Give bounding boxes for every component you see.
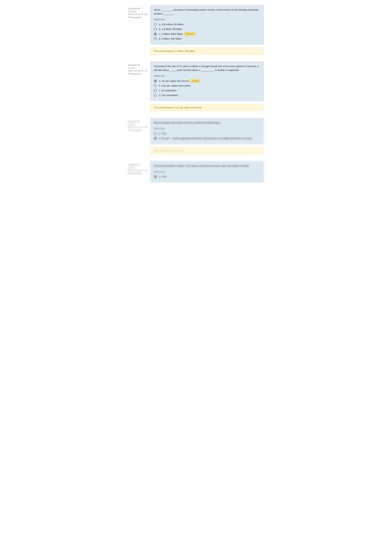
option-q6-a[interactable]: a. YES: [154, 132, 260, 136]
incorrect-badge: Incorrect: [185, 32, 195, 36]
radio-q6-a: [154, 132, 157, 135]
flag-icon: ⚑: [128, 73, 130, 75]
radio-q5-d: [154, 94, 157, 97]
question-text-q4: About _________ borrowers in developing …: [154, 8, 260, 15]
question-block-q7: Question 7CorrectMark 1.00 out of 1.00⚑ …: [128, 161, 264, 183]
flag-question-q5[interactable]: ⚑ Flag question: [128, 73, 149, 75]
feedback-q4: The correct answer is: 3 billion; $20 bi…: [150, 47, 264, 55]
radio-q4-c: [154, 33, 157, 36]
option-label-q7-a: a. YES: [159, 175, 166, 179]
flag-icon: ⚑: [128, 129, 130, 131]
question-number-q7: Question 7: [128, 163, 149, 166]
sidebar-q4: Question 4IncorrectMark 0.00 out of 1.00…: [128, 5, 150, 45]
flag-question-q6[interactable]: ⚑ Flag question: [128, 129, 149, 131]
select-label-q7: Select one:: [154, 170, 260, 174]
option-label-q5-c: c. 24; population: [159, 88, 176, 92]
radio-q5-b: [154, 84, 157, 87]
option-q5-c[interactable]: c. 24; population: [154, 88, 260, 92]
sidebar-q5: Question 5CorrectMark 1.00 out of 1.00⚑ …: [128, 61, 150, 101]
question-mark-q4: Mark 0.00 out of 1.00: [128, 13, 149, 15]
flag-icon: ⚑: [128, 172, 130, 175]
question-main-q4: About _________ borrowers in developing …: [150, 5, 264, 45]
flag-label: Flag question: [130, 73, 142, 75]
question-mark-q6: Mark 1.00 out of 1.00: [128, 126, 149, 128]
question-number-q6: Question 6: [128, 120, 149, 123]
option-label-q4-a: a. 200 million; $3 billion: [159, 22, 184, 26]
flag-label: Flag question: [130, 129, 142, 131]
flag-question-q7[interactable]: ⚑ Flag question: [128, 172, 149, 175]
options-list-q7: a. YES: [154, 175, 260, 179]
question-block-q6: Question 6CorrectMark 1.00 out of 1.00⚑ …: [128, 118, 264, 144]
question-mark-q5: Mark 1.00 out of 1.00: [128, 70, 149, 72]
option-q4-d[interactable]: d. 3 billion; $20 billion: [154, 37, 260, 41]
option-q5-d[interactable]: d. 216; population: [154, 93, 260, 97]
option-label-q5-a: a. 24; per capita real income: [159, 79, 189, 83]
sidebar-q7: Question 7CorrectMark 1.00 out of 1.00⚑ …: [128, 161, 150, 183]
option-label-q5-b: b. 216; per capita real income: [159, 84, 190, 88]
question-block-q5: Question 5CorrectMark 1.00 out of 1.00⚑ …: [128, 61, 264, 101]
radio-q7-a: [154, 175, 157, 178]
question-status-q4: Incorrect: [128, 10, 149, 13]
question-number-q4: Question 4: [128, 7, 149, 10]
question-text-q6: Blurred question text about economic gro…: [154, 121, 260, 125]
flag-label: Flag question: [130, 16, 142, 19]
option-q5-a[interactable]: a. 24; per capita real incomeCorrect: [154, 79, 260, 83]
question-number-q5: Question 5: [128, 63, 149, 66]
radio-q4-a: [154, 23, 157, 26]
option-label-q5-d: d. 216; population: [159, 93, 178, 97]
select-label-q5: Select one:: [154, 74, 260, 78]
flag-question-q4[interactable]: ⚑ Flag question: [128, 16, 149, 19]
question-main-q7: The blurred question number 7 text about…: [150, 161, 264, 183]
question-main-q6: Blurred question text about economic gro…: [150, 118, 264, 144]
feedback-q5: The correct answer is: 24; per capita re…: [150, 104, 264, 111]
option-q7-a[interactable]: a. YES: [154, 175, 260, 179]
option-q4-a[interactable]: a. 200 million; $3 billion: [154, 22, 260, 26]
question-text-q7: The blurred question number 7 text about…: [154, 164, 260, 168]
flag-label: Flag question: [130, 172, 142, 175]
question-status-q5: Correct: [128, 67, 149, 69]
option-q4-b[interactable]: b. 1.2 billion; $5 billion: [154, 27, 260, 31]
option-label-q4-c: c. 2 billion; $300 billion: [159, 32, 183, 36]
question-block-q4: Question 4IncorrectMark 0.00 out of 1.00…: [128, 5, 264, 45]
options-list-q4: a. 200 million; $3 billionb. 1.2 billion…: [154, 22, 260, 41]
question-main-q5: According to the rule of 72, when a nati…: [150, 61, 264, 101]
radio-q4-d: [154, 37, 157, 40]
radio-q4-b: [154, 28, 157, 30]
feedback-q6: The correct answer is: FALSE: [150, 147, 264, 154]
flag-icon: ⚑: [128, 16, 130, 19]
option-q5-b[interactable]: b. 216; per capita real income: [154, 84, 260, 88]
question-mark-q7: Mark 1.00 out of 1.00: [128, 169, 149, 172]
radio-q6-b: [154, 137, 157, 140]
question-status-q6: Correct: [128, 123, 149, 126]
radio-q5-c: [154, 89, 157, 92]
option-label-q6-a: a. YES: [159, 132, 166, 136]
question-status-q7: Correct: [128, 167, 149, 169]
select-label-q6: Select one:: [154, 127, 260, 130]
options-list-q5: a. 24; per capita real incomeCorrectb. 2…: [154, 79, 260, 97]
question-text-q5: According to the rule of 72, when a nati…: [154, 64, 260, 72]
radio-q5-a: [154, 80, 157, 82]
options-list-q6: a. YESb. FALSE — Some explanation text t…: [154, 132, 260, 140]
sidebar-q6: Question 6CorrectMark 1.00 out of 1.00⚑ …: [128, 118, 150, 144]
select-label-q4: Select one:: [154, 18, 260, 21]
option-q4-c[interactable]: c. 2 billion; $300 billionIncorrect: [154, 32, 260, 36]
option-label-q4-b: b. 1.2 billion; $5 billion: [159, 27, 182, 31]
option-q6-b[interactable]: b. FALSE — Some explanation text that is…: [154, 137, 260, 140]
option-label-q6-b: b. FALSE — Some explanation text that is…: [159, 137, 252, 140]
option-label-q4-d: d. 3 billion; $20 billion: [159, 37, 182, 41]
correct-badge: Correct: [191, 79, 200, 83]
